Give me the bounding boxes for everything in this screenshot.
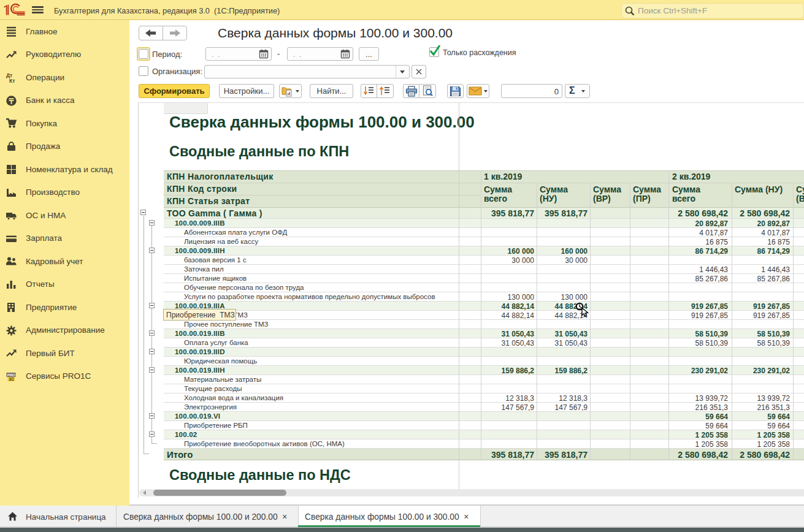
svg-text:PRO: PRO (7, 373, 15, 376)
svg-text:Кт: Кт (9, 78, 15, 83)
svg-text:1С: 1С (9, 377, 15, 381)
